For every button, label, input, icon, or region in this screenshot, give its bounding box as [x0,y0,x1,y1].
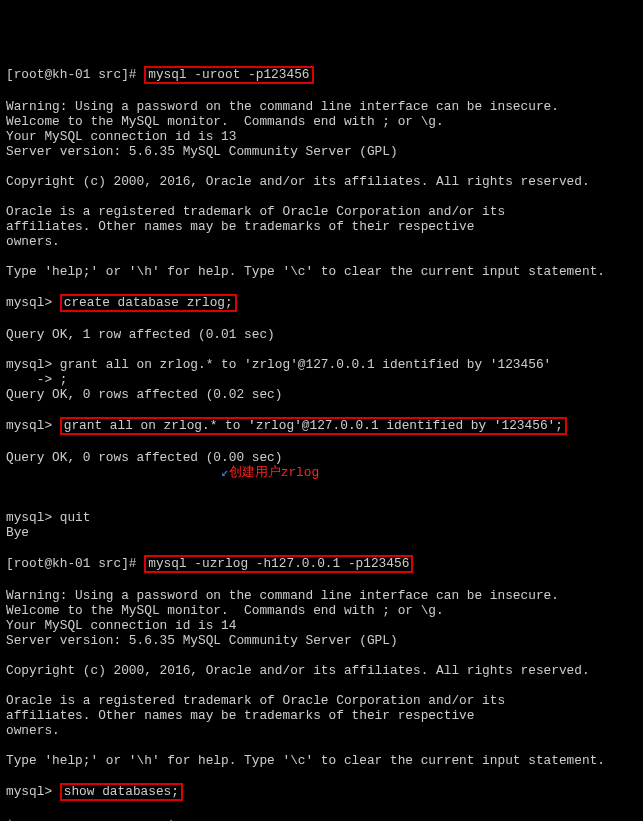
cmd-mysql-zrlog: mysql -uzrlog -h127.0.0.1 -p123456 [144,555,413,573]
cmd-mysql-root: mysql -uroot -p123456 [144,66,313,84]
output-quit: mysql> quit Bye [6,495,637,540]
mysql-prompt: mysql> [6,784,60,799]
mysql-banner-2: Warning: Using a password on the command… [6,588,637,768]
shell-prompt: [root@kh-01 src]# [6,556,144,571]
cmd-create-db: create database zrlog; [60,294,237,312]
mysql-prompt: mysql> [6,295,60,310]
output-grant: Query OK, 0 rows affected (0.00 sec) [6,450,282,465]
cmd-show-db: show databases; [60,783,183,801]
mysql-banner-1: Warning: Using a password on the command… [6,99,637,279]
cmd-grant: grant all on zrlog.* to 'zrlog'@127.0.0.… [60,417,567,435]
output-create-db: Query OK, 1 row affected (0.01 sec) mysq… [6,327,637,402]
mysql-prompt: mysql> [6,418,60,433]
db-list-head: +--------------------+ | Database | +---… [6,816,637,821]
terminal-output: [root@kh-01 src]# mysql -uroot -p123456 [6,66,637,84]
annotation-create-user: 创建用户zrlog [229,465,319,480]
shell-prompt: [root@kh-01 src]# [6,67,144,82]
arrow-icon: ↙ [221,465,229,480]
